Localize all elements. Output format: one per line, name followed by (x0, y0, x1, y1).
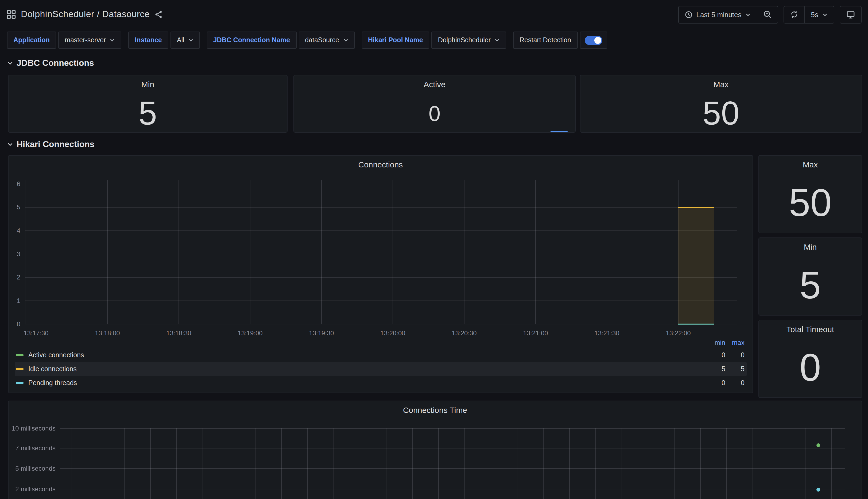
stat-panel-jdbc-min[interactable]: Min 5 (8, 75, 288, 133)
section-hikari-connections[interactable]: Hikari Connections (7, 139, 95, 149)
monitor-icon (846, 10, 855, 19)
refresh-group: 5s (784, 5, 834, 23)
toolbar-actions: Last 5 minutes (678, 5, 861, 23)
variable-value-dropdown[interactable]: All (171, 32, 200, 49)
series-area (678, 207, 714, 324)
stat-title: Min (759, 242, 861, 251)
y-tick-label: 7 milliseconds (15, 445, 55, 452)
y-tick-label: 1 (17, 297, 20, 304)
chevron-down-icon (188, 37, 193, 43)
section-title: Hikari Connections (16, 139, 95, 149)
x-tick-label: 13:18:00 (95, 329, 120, 337)
legend-series-label[interactable]: Pending threads (15, 379, 77, 387)
connections-time-chart-panel[interactable]: Connections Time 10 milliseconds7 millis… (8, 401, 862, 499)
section-jdbc-connections[interactable]: JDBC Connections (7, 58, 94, 68)
kiosk-mode-button[interactable] (840, 5, 861, 23)
page-title: DolphinScheduler / Datasource (21, 9, 150, 20)
legend-series-label[interactable]: Idle connections (15, 365, 77, 373)
chevron-down-icon (745, 12, 751, 17)
stat-title: Max (580, 80, 861, 89)
scatter-point (816, 488, 820, 491)
variable-value-dropdown[interactable]: master-server (58, 32, 121, 49)
chevron-down-icon (343, 37, 348, 43)
stat-sparkline (551, 131, 568, 132)
restart-detection-control: Restart Detection (513, 32, 607, 49)
legend-row: Active connections00 (15, 348, 747, 362)
variable-label: Application (7, 32, 56, 49)
legend-value: 0 (706, 379, 725, 387)
chart-title: Connections Time (9, 405, 861, 414)
stat-panel-total-timeout[interactable]: Total Timeout 0 (758, 320, 862, 398)
stat-value: 0 (294, 103, 575, 124)
connections-chart-panel[interactable]: Connections 012345613:17:3013:18:0013:18… (8, 155, 753, 393)
y-tick-label: 4 (17, 227, 20, 234)
restart-detection-label: Restart Detection (513, 32, 578, 49)
legend-row: Pending threads00 (15, 376, 747, 390)
time-picker-group: Last 5 minutes (678, 5, 778, 23)
x-tick-label: 13:19:00 (238, 329, 262, 337)
share-icon[interactable] (154, 10, 163, 19)
stat-title: Active (294, 80, 575, 89)
chart-legend: minmaxActive connections00Idle connectio… (15, 338, 747, 390)
y-tick-label: 5 (17, 204, 20, 211)
chevron-down-icon (7, 60, 13, 66)
top-navigation-bar: DolphinScheduler / Datasource Last 5 min… (0, 0, 868, 29)
variable-instance: Instance All (128, 32, 200, 49)
legend-series-label[interactable]: Active connections (15, 351, 84, 359)
variable-application: Application master-server (7, 32, 121, 49)
variable-label: JDBC Connection Name (207, 32, 297, 49)
legend-sort-min[interactable]: min (706, 339, 725, 346)
x-tick-label: 13:21:00 (523, 329, 548, 337)
time-range-picker[interactable]: Last 5 minutes (679, 6, 757, 23)
zoom-out-button[interactable] (757, 6, 778, 23)
variable-jdbc-connection-name: JDBC Connection Name dataSource (207, 32, 355, 49)
stat-title: Max (759, 160, 861, 169)
legend-sort-max[interactable]: max (725, 339, 744, 346)
variable-label: Hikari Pool Name (362, 32, 429, 49)
variable-value-dropdown[interactable]: dataSource (299, 32, 355, 49)
refresh-interval-label: 5s (811, 10, 818, 19)
legend-value: 5 (725, 365, 744, 373)
x-tick-label: 13:21:30 (594, 329, 619, 337)
restart-detection-toggle[interactable] (580, 32, 607, 49)
stat-panel-hikari-min[interactable]: Min 5 (758, 238, 862, 316)
x-tick-label: 13:22:00 (666, 329, 691, 337)
stat-panel-jdbc-active[interactable]: Active 0 (293, 75, 576, 133)
apps-grid-icon[interactable] (7, 10, 16, 19)
stat-title: Total Timeout (759, 325, 861, 334)
chevron-down-icon (822, 12, 828, 17)
x-tick-label: 13:20:00 (380, 329, 405, 337)
toggle-knob (594, 37, 601, 44)
chevron-down-icon (110, 37, 115, 43)
legend-series-swatch (16, 368, 24, 370)
variable-value-dropdown[interactable]: DolphinScheduler (431, 32, 506, 49)
legend-value: 0 (706, 351, 725, 359)
breadcrumb: DolphinScheduler / Datasource (7, 9, 163, 20)
x-tick-label: 13:18:30 (166, 329, 191, 337)
y-tick-label: 3 (17, 250, 20, 257)
x-tick-label: 13:17:30 (24, 329, 48, 337)
refresh-interval-picker[interactable]: 5s (805, 6, 834, 23)
legend-series-swatch (16, 354, 24, 356)
y-tick-label: 5 milliseconds (15, 465, 55, 472)
clock-icon (684, 10, 692, 19)
legend-series-swatch (16, 382, 24, 384)
stat-panel-jdbc-max[interactable]: Max 50 (580, 75, 862, 133)
legend-row: Idle connections55 (15, 362, 747, 376)
x-tick-label: 13:19:30 (309, 329, 334, 337)
zoom-out-icon (764, 10, 772, 19)
stat-panel-hikari-max[interactable]: Max 50 (758, 155, 862, 233)
variable-hikari-pool-name: Hikari Pool Name DolphinScheduler (362, 32, 506, 49)
stat-value: 5 (9, 97, 287, 130)
dashboard-variables-row: Application master-server Instance All J… (7, 32, 607, 49)
y-tick-label: 10 milliseconds (12, 425, 55, 432)
refresh-button[interactable] (784, 6, 805, 23)
chevron-down-icon (494, 37, 500, 43)
stat-value: 50 (759, 183, 861, 222)
section-title: JDBC Connections (16, 58, 94, 68)
chart-title: Connections (9, 160, 753, 169)
legend-header: minmax (15, 338, 747, 348)
refresh-icon (790, 10, 799, 19)
y-tick-label: 2 (17, 273, 20, 281)
stat-title: Min (9, 80, 287, 89)
